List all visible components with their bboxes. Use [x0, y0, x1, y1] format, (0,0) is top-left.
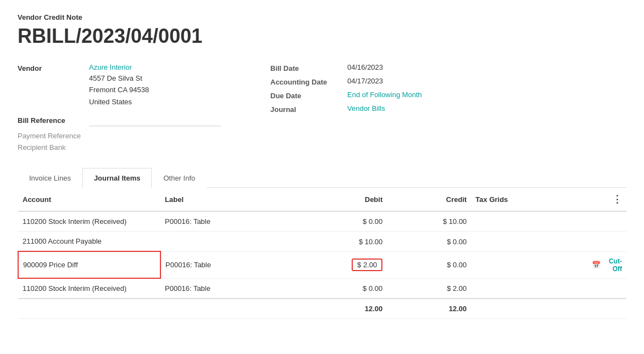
- totals-row: 12.00 12.00: [18, 299, 626, 319]
- document-title: RBILL/2023/04/0001: [18, 25, 626, 48]
- document-type: Vendor Credit Note: [18, 13, 626, 21]
- due-date-value[interactable]: End of Following Month: [347, 91, 422, 99]
- row2-actions: [587, 232, 626, 252]
- vendor-address-line3: United States: [89, 96, 149, 108]
- row1-actions: [587, 211, 626, 232]
- tab-other-info[interactable]: Other Info: [152, 168, 207, 188]
- row4-actions: [587, 278, 626, 299]
- tab-journal-items[interactable]: Journal Items: [82, 168, 152, 188]
- row4-label: P00016: Table: [160, 278, 303, 299]
- col-header-account: Account: [18, 188, 160, 211]
- accounting-date-label: Accounting Date: [270, 77, 347, 86]
- col-header-actions: ⋮: [587, 188, 626, 211]
- tab-bar: Invoice Lines Journal Items Other Info: [18, 168, 626, 188]
- cut-off-label[interactable]: Cut-Off: [603, 257, 622, 273]
- totals-empty1: [18, 299, 160, 319]
- row3-account[interactable]: 900009 Price Diff: [18, 251, 160, 278]
- row1-account[interactable]: 110200 Stock Interim (Received): [18, 211, 160, 232]
- table-row: 110200 Stock Interim (Received) P00016: …: [18, 278, 626, 299]
- journal-items-table: Account Label Debit Credit Tax Grids ⋮ 1…: [18, 188, 626, 319]
- col-header-credit: Credit: [387, 188, 471, 211]
- journal-value[interactable]: Vendor Bills: [347, 104, 385, 113]
- bill-date-value: 04/16/2023: [347, 63, 383, 71]
- vendor-label: Vendor: [18, 63, 89, 72]
- payment-reference-label: Payment Reference: [18, 132, 81, 140]
- row4-taxgrids: [471, 278, 587, 299]
- bill-reference-input[interactable]: [89, 115, 221, 126]
- row4-debit: $ 0.00: [303, 278, 387, 299]
- bill-date-label: Bill Date: [270, 63, 347, 72]
- row3-label: P00016: Table: [160, 251, 303, 278]
- row3-taxgrids: [471, 251, 587, 278]
- row1-debit: $ 0.00: [303, 211, 387, 232]
- row1-label: P00016: Table: [160, 211, 303, 232]
- journal-label: Journal: [270, 104, 347, 114]
- totals-credit: 12.00: [387, 299, 471, 319]
- totals-empty2: [160, 299, 303, 319]
- row2-account[interactable]: 211000 Account Payable: [18, 232, 160, 252]
- col-header-debit: Debit: [303, 188, 387, 211]
- calendar-icon: 📅: [592, 261, 601, 269]
- vendor-address-line1: 4557 De Silva St: [89, 72, 149, 84]
- totals-empty3: [471, 299, 587, 319]
- row2-credit: $ 0.00: [387, 232, 471, 252]
- table-row: 211000 Account Payable $ 10.00 $ 0.00: [18, 232, 626, 252]
- row1-taxgrids: [471, 211, 587, 232]
- row2-debit: $ 10.00: [303, 232, 387, 252]
- row3-debit: $ 2.00: [303, 251, 387, 278]
- row2-label: [160, 232, 303, 252]
- due-date-label: Due Date: [270, 91, 347, 100]
- bill-reference-label: Bill Reference: [18, 115, 89, 125]
- vendor-address-line2: Fremont CA 94538: [89, 84, 149, 95]
- row4-credit: $ 2.00: [387, 278, 471, 299]
- recipient-bank-label: Recipient Bank: [18, 143, 65, 151]
- row2-taxgrids: [471, 232, 587, 252]
- row3-actions[interactable]: 📅 Cut-Off: [587, 251, 626, 278]
- tab-invoice-lines[interactable]: Invoice Lines: [18, 168, 82, 188]
- row3-credit: $ 0.00: [387, 251, 471, 278]
- col-header-label: Label: [160, 188, 303, 211]
- accounting-date-value: 04/17/2023: [347, 77, 383, 85]
- table-row-highlighted: 900009 Price Diff P00016: Table $ 2.00 $…: [18, 251, 626, 278]
- row4-account[interactable]: 110200 Stock Interim (Received): [18, 278, 160, 299]
- totals-empty4: [587, 299, 626, 319]
- row1-credit: $ 10.00: [387, 211, 471, 232]
- vendor-name[interactable]: Azure Interior: [89, 63, 149, 71]
- table-row: 110200 Stock Interim (Received) P00016: …: [18, 211, 626, 232]
- totals-debit: 12.00: [303, 299, 387, 319]
- col-header-taxgrids: Tax Grids: [471, 188, 587, 211]
- more-options-icon[interactable]: ⋮: [612, 194, 622, 205]
